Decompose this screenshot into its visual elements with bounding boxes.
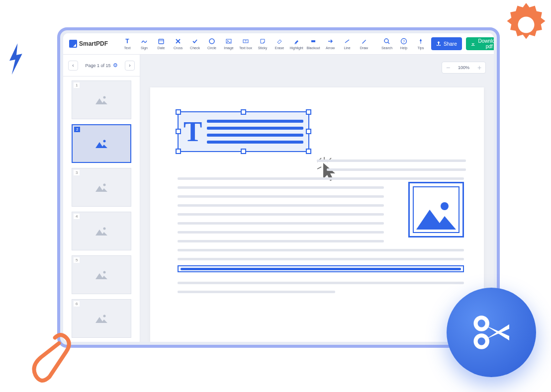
text-box-element[interactable]: T <box>178 111 309 152</box>
app-name: SmartPDF <box>79 40 108 47</box>
check-icon <box>191 38 198 45</box>
text-icon: T <box>124 38 131 45</box>
thumbnail-page-1[interactable]: 1 <box>72 80 131 119</box>
tool-blackout[interactable]: Blackout <box>305 33 322 54</box>
resize-handle-sw[interactable] <box>176 149 181 154</box>
highlight-bar-element[interactable] <box>178 265 464 272</box>
image-element[interactable] <box>408 182 464 237</box>
zoom-in-button[interactable]: + <box>473 62 485 73</box>
tool-date[interactable]: Date <box>153 33 170 54</box>
resize-handle-nw[interactable] <box>176 109 181 115</box>
tool-circle[interactable]: Circle <box>203 33 220 54</box>
search-icon <box>383 38 390 45</box>
textbox-icon: T <box>242 38 249 45</box>
tool-textbox[interactable]: TText box <box>237 33 254 54</box>
image-placeholder-icon <box>94 138 108 149</box>
svg-point-28 <box>476 335 487 347</box>
tool-search[interactable]: Search <box>378 33 395 54</box>
toolbar: SmartPDF TTextSignDateCrossCheckCircleIm… <box>63 33 494 55</box>
zoom-control: − 100% + <box>442 62 486 74</box>
resize-handle-ne[interactable] <box>306 109 311 115</box>
image-placeholder-icon <box>94 269 108 280</box>
tool-sign[interactable]: Sign <box>136 33 153 54</box>
sidebar: ‹ Page 1 of 15 ⚙ › 123456 <box>63 55 140 342</box>
svg-text:T: T <box>245 40 247 43</box>
circle-icon <box>208 38 215 45</box>
svg-point-26 <box>441 202 449 210</box>
page-indicator: Page 1 of 15 ⚙ <box>85 62 117 69</box>
help-icon: ? <box>400 38 407 45</box>
next-page-button[interactable]: › <box>125 61 135 71</box>
draw-icon <box>361 38 367 45</box>
svg-point-27 <box>476 317 487 329</box>
svg-rect-1 <box>159 39 164 44</box>
resize-handle-e[interactable] <box>306 129 311 134</box>
tool-text[interactable]: TText <box>119 33 136 54</box>
thumbnail-page-3[interactable]: 3 <box>72 168 131 207</box>
tool-cross[interactable]: Cross <box>170 33 186 54</box>
page-navigation: ‹ Page 1 of 15 ⚙ › <box>63 55 140 77</box>
svg-point-21 <box>103 315 106 317</box>
thumb-number: 6 <box>74 301 80 307</box>
resize-handle-s[interactable] <box>241 149 246 154</box>
image-placeholder-icon <box>94 182 108 193</box>
thumbnail-page-5[interactable]: 5 <box>72 255 131 294</box>
svg-point-19 <box>103 228 106 230</box>
page-canvas[interactable]: T <box>150 87 484 342</box>
scissors-icon <box>469 310 514 355</box>
scissors-action-button[interactable] <box>447 288 536 377</box>
download-icon <box>471 41 475 47</box>
erase-icon <box>276 38 283 45</box>
blackout-icon <box>310 38 317 45</box>
share-icon <box>436 41 441 46</box>
thumb-number: 3 <box>74 170 80 175</box>
share-button[interactable]: Share <box>431 37 462 50</box>
prev-page-button[interactable]: ‹ <box>68 61 78 71</box>
svg-rect-9 <box>311 40 315 42</box>
bolt-decoration <box>4 42 29 77</box>
tool-arrow[interactable]: Arrow <box>322 33 339 54</box>
resize-handle-n[interactable] <box>241 109 246 115</box>
thumbnail-list: 123456 <box>63 77 140 342</box>
sticky-icon <box>259 38 266 45</box>
thumb-number: 4 <box>74 214 80 219</box>
tips-icon <box>417 38 424 45</box>
image-placeholder-icon <box>414 197 459 232</box>
resize-handle-w[interactable] <box>176 129 181 134</box>
cross-icon <box>175 38 182 45</box>
tool-sticky[interactable]: Sticky <box>254 33 271 54</box>
zoom-out-button[interactable]: − <box>442 62 454 73</box>
tool-check[interactable]: Check <box>186 33 203 54</box>
tool-line[interactable]: Line <box>339 33 356 54</box>
app-window: SmartPDF TTextSignDateCrossCheckCircleIm… <box>57 27 500 348</box>
svg-point-16 <box>103 96 106 99</box>
svg-point-11 <box>384 39 388 43</box>
svg-point-18 <box>103 184 106 186</box>
thumb-number: 5 <box>74 257 80 263</box>
thumbnail-page-6[interactable]: 6 <box>72 299 131 338</box>
tool-image[interactable]: Image <box>220 33 237 54</box>
thumb-number: 2 <box>74 127 80 132</box>
zoom-value: 100% <box>454 65 473 70</box>
tool-help[interactable]: ?Help <box>395 33 412 54</box>
tool-draw[interactable]: Draw <box>356 33 372 54</box>
gear-decoration <box>499 0 551 52</box>
image-placeholder-icon <box>94 226 108 236</box>
svg-line-10 <box>345 40 349 43</box>
svg-text:?: ? <box>403 39 405 44</box>
thumbnail-page-4[interactable]: 4 <box>72 212 131 250</box>
paperclip-decoration <box>30 327 75 387</box>
svg-line-12 <box>388 42 389 44</box>
download-button[interactable]: Download pdf <box>466 37 494 50</box>
date-icon <box>158 38 165 45</box>
image-placeholder-icon <box>94 94 108 105</box>
thumbnail-page-2[interactable]: 2 <box>72 124 131 163</box>
tool-highlight[interactable]: Highlight <box>288 33 305 54</box>
resize-handle-se[interactable] <box>306 149 311 154</box>
thumb-number: 1 <box>74 82 80 88</box>
svg-point-20 <box>103 271 106 274</box>
page-settings-icon[interactable]: ⚙ <box>113 62 118 69</box>
arrow-icon <box>327 38 334 45</box>
tool-erase[interactable]: Erase <box>271 33 288 54</box>
tool-tips[interactable]: Tips <box>412 33 429 54</box>
